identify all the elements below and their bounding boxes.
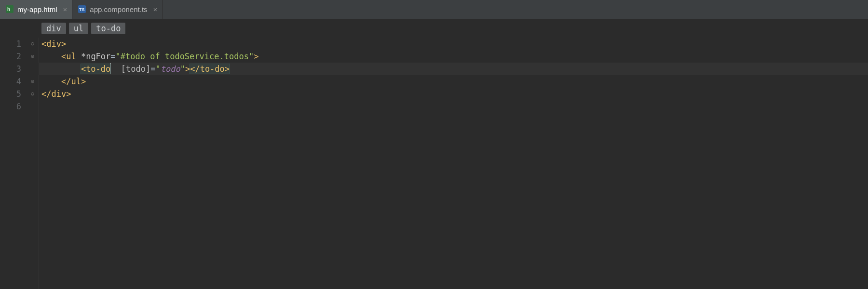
fold-toggle-icon[interactable]: ⊖ <box>31 91 37 97</box>
fold-toggle-icon[interactable]: ⊖ <box>31 79 37 84</box>
line-number: 3 <box>0 63 31 75</box>
breadcrumb: div ul to-do <box>0 19 868 38</box>
code-token: " <box>155 64 160 74</box>
code-line[interactable]: <div> <box>39 38 868 50</box>
line-number: 5 <box>0 88 31 100</box>
code-token: " <box>180 64 185 74</box>
fold-toggle-icon[interactable]: ⊖ <box>31 41 37 47</box>
tab-app-component-ts[interactable]: TS app.component.ts × <box>72 0 163 19</box>
line-number: 4 <box>0 75 31 88</box>
code-area[interactable]: <div> <ul *ngFor="#todo of todoService.t… <box>39 38 868 289</box>
tab-my-app-html[interactable]: h my-app.html × <box>0 0 72 19</box>
breadcrumb-item-ul[interactable]: ul <box>69 23 88 34</box>
code-token <box>111 64 121 74</box>
code-token: [todo] <box>121 64 150 74</box>
fold-toggle-icon[interactable]: ⊖ <box>31 53 37 59</box>
line-number: 2 <box>0 50 31 63</box>
code-token <box>41 52 61 61</box>
ts-file-icon: TS <box>78 5 86 13</box>
gutter: 1 2 3 4 5 6 <box>0 38 31 289</box>
breadcrumb-item-to-do[interactable]: to-do <box>91 23 125 34</box>
code-token: </to-do> <box>190 64 230 74</box>
code-token: <to-do <box>81 64 110 74</box>
code-token: = <box>150 64 155 74</box>
svg-text:TS: TS <box>79 7 85 12</box>
code-line[interactable]: <to-do [todo]="todo"></to-do> <box>39 63 868 75</box>
tab-label: my-app.html <box>17 5 57 13</box>
tab-bar: h my-app.html × TS app.component.ts × <box>0 0 868 19</box>
code-editor[interactable]: 1 2 3 4 5 6 ⊖⊖⊖⊖ <div> <ul *ngFor="#todo… <box>0 38 868 289</box>
code-line[interactable]: </div> <box>39 88 868 100</box>
html-file-icon: h <box>6 5 14 13</box>
code-line[interactable]: <ul *ngFor="#todo of todoService.todos"> <box>39 50 868 63</box>
code-token: </div> <box>41 89 71 99</box>
code-token: = <box>110 52 115 61</box>
code-line[interactable]: </ul> <box>39 75 868 88</box>
code-token: "#todo of todoService.todos" <box>116 52 254 61</box>
svg-text:h: h <box>7 7 10 12</box>
code-token <box>41 64 81 74</box>
code-token: <ul <box>61 52 81 61</box>
code-token: todo <box>161 64 180 74</box>
fold-column: ⊖⊖⊖⊖ <box>31 38 39 289</box>
tab-label: app.component.ts <box>90 5 147 13</box>
breadcrumb-item-div[interactable]: div <box>41 23 66 34</box>
code-line[interactable] <box>39 100 868 113</box>
line-number: 6 <box>0 100 31 113</box>
close-icon[interactable]: × <box>61 5 68 13</box>
code-token <box>41 77 61 86</box>
code-token: > <box>185 64 190 74</box>
close-icon[interactable]: × <box>151 5 158 13</box>
code-token: <div> <box>41 39 66 49</box>
code-token: </ul> <box>61 77 86 86</box>
code-token: > <box>254 52 258 61</box>
code-token: *ngFor <box>81 52 110 61</box>
line-number: 1 <box>0 38 31 50</box>
